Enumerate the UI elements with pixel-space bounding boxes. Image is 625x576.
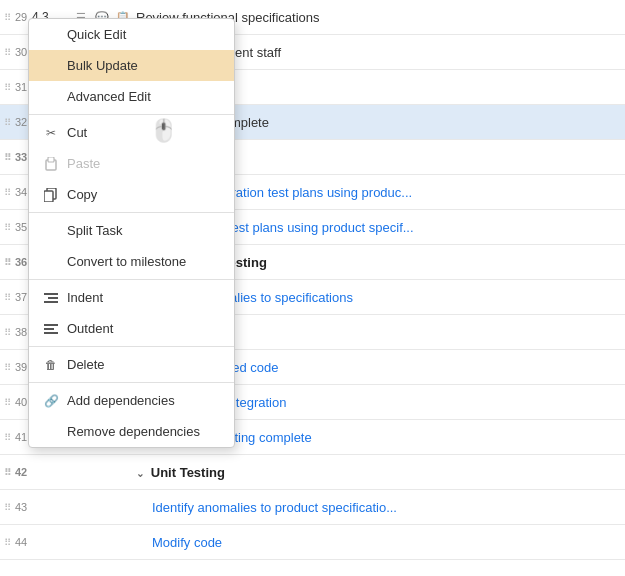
menu-item-label: Bulk Update [67, 58, 138, 73]
context-menu: Quick EditBulk UpdateAdvanced Edit✂CutPa… [28, 18, 235, 448]
menu-item-outdent[interactable]: Outdent [29, 313, 234, 344]
drag-handle-icon[interactable]: ⠿ [4, 537, 11, 548]
svg-rect-4 [44, 293, 58, 295]
delete-icon: 🗑 [43, 358, 59, 372]
indent-icon [43, 291, 59, 305]
menu-item-advanced-edit[interactable]: Advanced Edit [29, 81, 234, 112]
menu-item-convert-to-milestone[interactable]: Convert to milestone [29, 246, 234, 277]
drag-handle-icon[interactable]: ⠿ [4, 12, 11, 23]
drag-handle-icon[interactable]: ⠿ [4, 82, 11, 93]
row-num-label: 29 [15, 11, 27, 23]
drag-handle-icon[interactable]: ⠿ [4, 187, 11, 198]
row-number: ⠿44 [4, 536, 32, 548]
drag-handle-icon[interactable]: ⠿ [4, 117, 11, 128]
menu-item-paste: Paste [29, 148, 234, 179]
menu-item-delete[interactable]: 🗑Delete [29, 349, 234, 380]
menu-divider [29, 114, 234, 115]
menu-item-copy[interactable]: Copy [29, 179, 234, 210]
expand-icon[interactable]: ⌄ [136, 468, 147, 479]
menu-item-label: Copy [67, 187, 97, 202]
svg-rect-6 [44, 301, 58, 303]
row-num-label: 32 [15, 116, 27, 128]
menu-item-label: Add dependencies [67, 393, 175, 408]
drag-handle-icon[interactable]: ⠿ [4, 292, 11, 303]
svg-rect-3 [44, 191, 53, 202]
table-row: ⠿43Identify anomalies to product specifi… [0, 490, 625, 525]
cut-icon: ✂ [43, 126, 59, 140]
menu-item-label: Advanced Edit [67, 89, 151, 104]
add-dependencies-icon: 🔗 [43, 394, 59, 408]
menu-item-label: Paste [67, 156, 100, 171]
drag-handle-icon[interactable]: ⠿ [4, 327, 11, 338]
row-num-label: 38 [15, 326, 27, 338]
menu-item-label: Quick Edit [67, 27, 126, 42]
drag-handle-icon[interactable]: ⠿ [4, 257, 11, 268]
menu-item-label: Convert to milestone [67, 254, 186, 269]
drag-handle-icon[interactable]: ⠿ [4, 47, 11, 58]
menu-item-add-dependencies[interactable]: 🔗Add dependencies [29, 385, 234, 416]
outdent-icon [43, 322, 59, 336]
row-num-label: 37 [15, 291, 27, 303]
drag-handle-icon[interactable]: ⠿ [4, 152, 11, 163]
row-num-label: 35 [15, 221, 27, 233]
menu-item-split-task[interactable]: Split Task [29, 215, 234, 246]
row-num-label: 30 [15, 46, 27, 58]
menu-divider [29, 382, 234, 383]
row-num-label: 34 [15, 186, 27, 198]
svg-rect-9 [44, 332, 58, 334]
menu-item-indent[interactable]: Indent [29, 282, 234, 313]
row-num-label: 41 [15, 431, 27, 443]
row-num-label: 33 [15, 151, 27, 163]
row-num-label: 31 [15, 81, 27, 93]
menu-item-label: Outdent [67, 321, 113, 336]
row-num-label: 39 [15, 361, 27, 373]
menu-divider [29, 212, 234, 213]
row-num-label: 43 [15, 501, 27, 513]
menu-item-quick-edit[interactable]: Quick Edit [29, 19, 234, 50]
drag-handle-icon[interactable]: ⠿ [4, 467, 11, 478]
paste-icon [43, 157, 59, 171]
menu-divider [29, 346, 234, 347]
row-num-label: 40 [15, 396, 27, 408]
menu-item-bulk-update[interactable]: Bulk Update [29, 50, 234, 81]
table-row: ⠿42⌄ Unit Testing [0, 455, 625, 490]
row-num-label: 36 [15, 256, 27, 268]
menu-divider [29, 279, 234, 280]
section-label: Unit Testing [151, 465, 225, 480]
menu-item-label: Remove dependencies [67, 424, 200, 439]
row-number: ⠿42 [4, 466, 32, 478]
svg-rect-5 [48, 297, 58, 299]
drag-handle-icon[interactable]: ⠿ [4, 222, 11, 233]
svg-rect-8 [44, 328, 54, 330]
table-row: ⠿44Modify code [0, 525, 625, 560]
row-number: ⠿43 [4, 501, 32, 513]
row-task-label: Identify anomalies to product specificat… [132, 500, 621, 515]
menu-item-label: Delete [67, 357, 105, 372]
drag-handle-icon[interactable]: ⠿ [4, 362, 11, 373]
menu-item-label: Cut [67, 125, 87, 140]
menu-item-cut[interactable]: ✂Cut [29, 117, 234, 148]
drag-handle-icon[interactable]: ⠿ [4, 502, 11, 513]
svg-rect-1 [48, 157, 54, 162]
row-num-label: 42 [15, 466, 27, 478]
menu-item-remove-dependencies[interactable]: Remove dependencies [29, 416, 234, 447]
menu-item-label: Split Task [67, 223, 122, 238]
row-task-label: ⌄ Unit Testing [132, 465, 621, 480]
row-num-label: 44 [15, 536, 27, 548]
svg-rect-7 [44, 324, 58, 326]
drag-handle-icon[interactable]: ⠿ [4, 397, 11, 408]
copy-icon [43, 188, 59, 202]
row-task-label: Modify code [132, 535, 621, 550]
menu-item-label: Indent [67, 290, 103, 305]
drag-handle-icon[interactable]: ⠿ [4, 432, 11, 443]
